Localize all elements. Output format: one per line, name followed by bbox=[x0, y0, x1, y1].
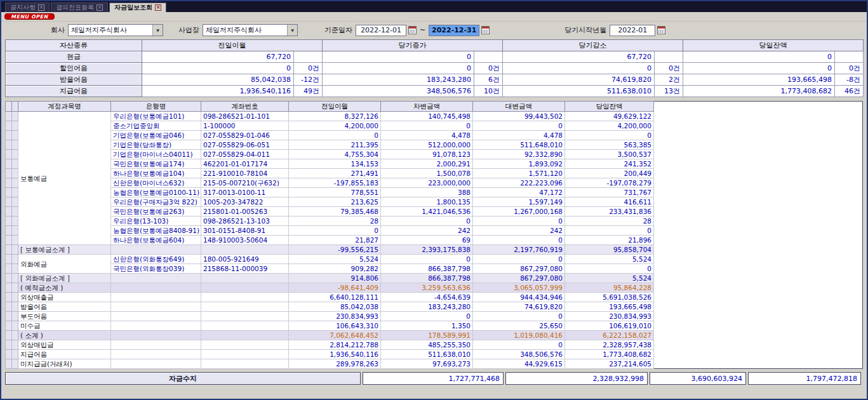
table-row[interactable]: 기업은행(마이너스04011)027-055829-04-0114,755,30… bbox=[6, 150, 863, 159]
row-selector[interactable] bbox=[6, 264, 12, 274]
table-row[interactable]: 농협은행(보통예금8408-91)301-0151-8408-910242242… bbox=[6, 226, 863, 236]
calendar-icon[interactable] bbox=[408, 26, 417, 34]
amount-cell[interactable]: 8,327,126 bbox=[289, 112, 381, 121]
amount-cell[interactable]: 242 bbox=[381, 226, 473, 236]
amount-cell[interactable]: 1,936,540,116 bbox=[289, 350, 381, 359]
account-number-cell[interactable]: 027-055829-04-011 bbox=[201, 150, 289, 159]
amount-cell[interactable]: 106,643,310 bbox=[289, 321, 381, 331]
account-number-cell[interactable]: 027-055829-06-051 bbox=[201, 140, 289, 150]
amount-cell[interactable]: 914,806 bbox=[289, 274, 381, 283]
amount-cell[interactable]: 731,767 bbox=[565, 188, 654, 197]
amount-cell[interactable]: 0 bbox=[473, 121, 565, 131]
row-selector[interactable] bbox=[6, 274, 12, 283]
amount-cell[interactable]: 778,551 bbox=[289, 188, 381, 197]
row-selector[interactable] bbox=[12, 359, 18, 369]
tab-3[interactable]: 자금일보조회× bbox=[109, 3, 166, 12]
table-row[interactable]: 부도어음230,834,99300230,834,993 bbox=[6, 312, 863, 321]
amount-cell[interactable]: 867,297,080 bbox=[473, 264, 565, 274]
amount-cell[interactable]: 5,691,038,526 bbox=[565, 293, 654, 302]
amount-cell[interactable]: 5,524 bbox=[565, 274, 654, 283]
close-icon[interactable]: × bbox=[38, 4, 44, 11]
amount-cell[interactable]: -98,641,409 bbox=[289, 283, 381, 293]
site-select[interactable]: 제일저지주식회사 ▼ bbox=[203, 24, 298, 36]
row-selector[interactable] bbox=[12, 340, 18, 350]
row-selector[interactable] bbox=[12, 274, 18, 283]
amount-cell[interactable]: 0 bbox=[473, 255, 565, 264]
bank-name-cell[interactable] bbox=[111, 293, 201, 302]
amount-cell[interactable]: 867,297,080 bbox=[473, 274, 565, 283]
table-row[interactable]: ( 소계 )7,062,648,452178,589,9911,019,080,… bbox=[6, 331, 863, 340]
amount-cell[interactable]: 0 bbox=[381, 121, 473, 131]
amount-cell[interactable]: 92,332,890 bbox=[473, 150, 565, 159]
amount-cell[interactable]: 4,478 bbox=[473, 131, 565, 140]
row-selector[interactable] bbox=[12, 150, 18, 159]
table-row[interactable]: 국민은행(보통예금174)462201-01-017174134,1532,00… bbox=[6, 159, 863, 169]
account-number-cell[interactable]: 317-0013-0100-11 bbox=[201, 188, 289, 197]
row-selector[interactable] bbox=[12, 226, 18, 236]
amount-cell[interactable]: 563,385 bbox=[565, 140, 654, 150]
table-row[interactable]: 미지급금(거래처)289,978,26397,693,27344,929,615… bbox=[6, 359, 863, 369]
amount-cell[interactable]: 6,222,158,027 bbox=[565, 331, 654, 340]
amount-cell[interactable]: -197,855,183 bbox=[289, 178, 381, 188]
table-row[interactable]: [ 외화예금소계 ]914,806866,387,798867,297,0805… bbox=[6, 274, 863, 283]
amount-cell[interactable]: 237,214,605 bbox=[565, 359, 654, 369]
row-selector[interactable] bbox=[12, 312, 18, 321]
row-selector[interactable] bbox=[12, 321, 18, 331]
amount-cell[interactable]: 28 bbox=[289, 217, 381, 226]
close-icon[interactable]: × bbox=[97, 4, 103, 11]
amount-cell[interactable]: 511,648,010 bbox=[473, 140, 565, 150]
table-row[interactable]: 받을어음85,042,038183,243,28074,619,820193,6… bbox=[6, 302, 863, 312]
row-selector[interactable] bbox=[6, 331, 12, 340]
amount-cell[interactable]: 1,267,000,168 bbox=[473, 207, 565, 217]
bank-name-cell[interactable] bbox=[111, 340, 201, 350]
amount-cell[interactable]: -4,654,639 bbox=[381, 293, 473, 302]
account-label-cell[interactable]: 받을어음 bbox=[18, 302, 111, 312]
amount-cell[interactable]: 4,200,000 bbox=[289, 121, 381, 131]
account-number-cell[interactable]: 180-005-921649 bbox=[201, 255, 289, 264]
date-from-input[interactable] bbox=[356, 25, 406, 36]
row-selector[interactable] bbox=[12, 131, 18, 140]
table-row[interactable]: 농협은행(보통예금0100-11)317-0013-0100-11778,551… bbox=[6, 188, 863, 197]
row-selector[interactable] bbox=[6, 159, 12, 169]
row-selector[interactable] bbox=[12, 188, 18, 197]
row-selector[interactable] bbox=[6, 226, 12, 236]
amount-cell[interactable]: 47,172 bbox=[473, 188, 565, 197]
account-label-cell[interactable]: [ 보통예금소계 ] bbox=[18, 245, 111, 255]
amount-cell[interactable]: 0 bbox=[289, 226, 381, 236]
amount-cell[interactable]: 1,500,078 bbox=[381, 169, 473, 178]
amount-cell[interactable]: 2,197,760,919 bbox=[473, 245, 565, 255]
bank-name-cell[interactable] bbox=[111, 274, 201, 283]
amount-cell[interactable]: 97,693,273 bbox=[381, 359, 473, 369]
account-number-cell[interactable]: 215801-01-005263 bbox=[201, 207, 289, 217]
row-selector[interactable] bbox=[12, 350, 18, 359]
amount-cell[interactable]: 1,597,149 bbox=[473, 197, 565, 207]
bank-name-cell[interactable]: 국민은행(보통예금174) bbox=[111, 159, 201, 169]
row-selector[interactable] bbox=[12, 331, 18, 340]
amount-cell[interactable]: 242 bbox=[473, 226, 565, 236]
amount-cell[interactable]: 233,431,836 bbox=[565, 207, 654, 217]
bank-name-cell[interactable]: 신한은행(마이너스632) bbox=[111, 178, 201, 188]
period-start-input[interactable] bbox=[610, 25, 655, 36]
amount-cell[interactable]: 0 bbox=[565, 226, 654, 236]
account-number-cell[interactable] bbox=[201, 321, 289, 331]
amount-cell[interactable]: 3,065,057,999 bbox=[473, 283, 565, 293]
account-number-cell[interactable]: 1-100000 bbox=[201, 121, 289, 131]
amount-cell[interactable]: 0 bbox=[381, 255, 473, 264]
amount-cell[interactable]: 5,524 bbox=[565, 255, 654, 264]
account-number-cell[interactable]: 148-910003-50604 bbox=[201, 236, 289, 245]
bank-name-cell[interactable]: 하나은행(보통예금604) bbox=[111, 236, 201, 245]
bank-name-cell[interactable] bbox=[111, 321, 201, 331]
amount-cell[interactable]: 3,259,563,636 bbox=[381, 283, 473, 293]
amount-cell[interactable]: 183,243,280 bbox=[381, 302, 473, 312]
tab-2[interactable]: 결의전표등록× bbox=[51, 3, 108, 12]
row-selector[interactable] bbox=[12, 159, 18, 169]
amount-cell[interactable]: 4,755,304 bbox=[289, 150, 381, 159]
amount-cell[interactable]: 289,978,263 bbox=[289, 359, 381, 369]
table-row[interactable]: 국민은행(보통예금263)215801-01-00526379,385,4681… bbox=[6, 207, 863, 217]
account-number-cell[interactable] bbox=[201, 359, 289, 369]
amount-cell[interactable]: 2,328,957,438 bbox=[565, 340, 654, 350]
tab-1[interactable]: 공지사항× bbox=[5, 3, 50, 12]
calendar-icon[interactable] bbox=[657, 26, 665, 34]
amount-cell[interactable]: 388 bbox=[381, 188, 473, 197]
amount-cell[interactable]: 271,491 bbox=[289, 169, 381, 178]
